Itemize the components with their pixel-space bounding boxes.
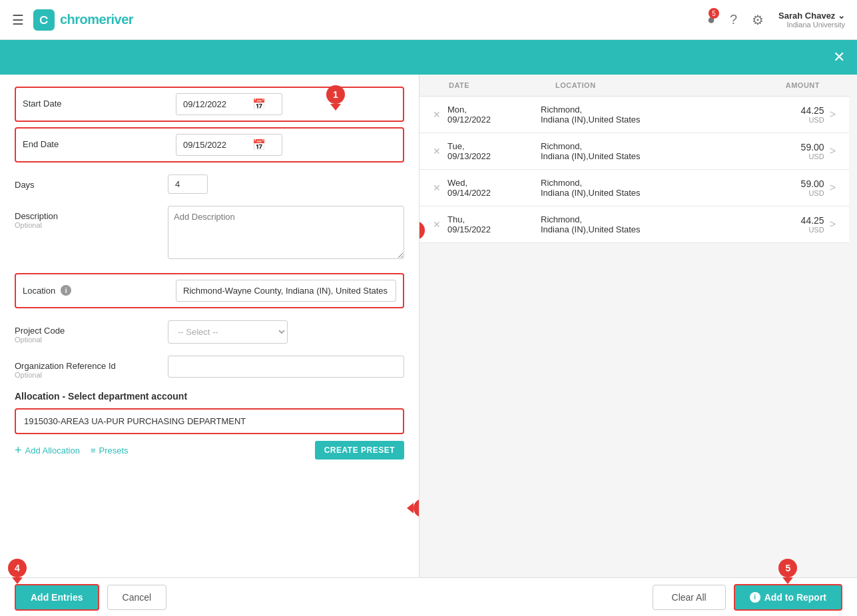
days-row: Days xyxy=(15,174,404,194)
notification-count-badge: 5 xyxy=(709,8,719,19)
project-code-optional: Optional xyxy=(15,336,161,344)
expense-location-2: Richmond, Indiana (IN),United States xyxy=(541,178,764,198)
footer-bar: 4 Add Entries Cancel Clear All 5 i Add t… xyxy=(0,577,857,616)
days-control xyxy=(168,174,404,194)
notification-bell-wrap[interactable]: ● 5 xyxy=(707,12,715,27)
org-ref-control xyxy=(168,356,404,378)
table-row: ✕ Thu, 09/15/2022 Richmond, Indiana (IN)… xyxy=(420,206,849,243)
logo: chromeriver xyxy=(33,9,133,31)
start-date-input[interactable] xyxy=(183,99,250,109)
user-info[interactable]: Sarah Chavez ⌄ Indiana University xyxy=(778,11,845,29)
footer-left: 4 Add Entries Cancel xyxy=(15,584,643,611)
expense-date-0: Mon, 09/12/2022 xyxy=(447,105,541,125)
days-input[interactable] xyxy=(168,174,208,194)
row-remove-icon-1[interactable]: ✕ xyxy=(433,146,441,156)
location-label-wrap: Location i xyxy=(23,280,169,296)
end-date-calendar-icon[interactable]: 📅 xyxy=(252,139,266,151)
project-code-label: Project Code xyxy=(15,326,161,336)
presets-icon: ≡ xyxy=(91,446,96,456)
settings-icon[interactable]: ⚙ xyxy=(752,12,764,28)
expense-amount-1: 59.00 USD xyxy=(764,142,824,160)
svg-rect-0 xyxy=(37,13,51,27)
description-label: Description xyxy=(15,211,161,221)
add-entries-button[interactable]: Add Entries xyxy=(15,584,99,611)
row-chevron-icon-0[interactable]: > xyxy=(830,109,836,121)
location-label: Location xyxy=(23,286,55,296)
allocation-title: Allocation - Select department account xyxy=(15,391,404,402)
right-panel: 2 DATE LOCATION AMOUNT ✕ Mon, 09/12/2022 xyxy=(420,75,857,577)
project-code-control: -- Select -- xyxy=(168,320,404,344)
org-ref-optional: Optional xyxy=(15,371,161,379)
table-row: ✕ Mon, 09/12/2022 Richmond, Indiana (IN)… xyxy=(420,97,849,133)
expense-amount-3: 44.25 USD xyxy=(764,215,824,234)
org-ref-label: Organization Reference Id xyxy=(15,361,161,371)
row-chevron-icon-1[interactable]: > xyxy=(830,145,836,157)
project-code-select[interactable]: -- Select -- xyxy=(168,320,288,344)
start-date-label: Start Date xyxy=(23,99,62,109)
create-preset-button[interactable]: CREATE PRESET xyxy=(315,441,404,460)
col-header-amount: AMOUNT xyxy=(753,81,820,89)
right-panel-inner: 2 DATE LOCATION AMOUNT ✕ Mon, 09/12/2022 xyxy=(420,75,857,243)
expense-location-1: Richmond, Indiana (IN),United States xyxy=(541,141,764,161)
row-remove-icon-3[interactable]: ✕ xyxy=(433,219,441,230)
days-label-wrap: Days xyxy=(15,174,161,190)
end-date-label: End Date xyxy=(23,139,59,149)
table-row: ✕ Tue, 09/13/2022 Richmond, Indiana (IN)… xyxy=(420,133,849,170)
expense-amount-0: 44.25 USD xyxy=(764,105,824,124)
user-name: Sarah Chavez ⌄ xyxy=(778,11,845,21)
add-allocation-button[interactable]: + Add Allocation xyxy=(15,444,80,458)
close-button[interactable]: ✕ xyxy=(833,49,845,66)
location-row: Location i xyxy=(15,273,404,308)
end-date-input[interactable] xyxy=(183,140,250,150)
row-remove-icon-0[interactable]: ✕ xyxy=(433,109,441,120)
logo-text: chromeriver xyxy=(60,12,133,27)
cancel-button[interactable]: Cancel xyxy=(107,585,167,610)
add-to-report-info-icon: i xyxy=(750,592,760,603)
days-label: Days xyxy=(15,180,35,190)
annotation-3: 3 xyxy=(414,499,420,517)
expense-amount-2: 59.00 USD xyxy=(764,178,824,197)
left-panel: 1 Start Date 📅 End Date 📅 xyxy=(0,75,420,577)
main-layout: 1 Start Date 📅 End Date 📅 xyxy=(0,75,857,577)
hamburger-menu[interactable]: ☰ xyxy=(12,12,24,28)
start-date-input-wrap[interactable]: 📅 xyxy=(176,93,282,115)
start-date-control: 📅 xyxy=(176,93,396,115)
org-ref-input[interactable] xyxy=(168,356,404,378)
end-date-input-wrap[interactable]: 📅 xyxy=(176,134,282,156)
help-icon[interactable]: ? xyxy=(730,12,737,27)
location-input[interactable] xyxy=(176,280,396,302)
location-info-icon[interactable]: i xyxy=(61,285,71,296)
project-code-row: Project Code Optional -- Select -- xyxy=(15,320,404,344)
user-org: Indiana University xyxy=(778,21,845,29)
row-chevron-icon-3[interactable]: > xyxy=(830,218,836,230)
plus-icon: + xyxy=(15,444,22,458)
project-code-label-wrap: Project Code Optional xyxy=(15,320,161,344)
expense-location-0: Richmond, Indiana (IN),United States xyxy=(541,105,764,125)
allocation-actions: + Add Allocation ≡ Presets CREATE PRESET xyxy=(15,441,404,460)
nav-left: ☰ chromeriver xyxy=(12,9,133,31)
description-row: Description Optional xyxy=(15,206,404,261)
start-date-calendar-icon[interactable]: 📅 xyxy=(252,98,266,111)
start-date-row: Start Date 📅 xyxy=(15,87,404,122)
nav-right: ● 5 ? ⚙ Sarah Chavez ⌄ Indiana Universit… xyxy=(707,11,845,29)
footer-right: Clear All 5 i Add to Report xyxy=(653,584,842,611)
row-remove-icon-2[interactable]: ✕ xyxy=(433,182,441,193)
description-textarea[interactable] xyxy=(168,206,404,259)
expense-date-2: Wed, 09/14/2022 xyxy=(447,178,541,198)
clear-all-button[interactable]: Clear All xyxy=(653,585,726,610)
end-date-row: End Date 📅 xyxy=(15,127,404,162)
allocation-value: 1915030-AREA3 UA-PUR PURCHASING DEPARTME… xyxy=(24,416,246,426)
expense-date-3: Thu, 09/15/2022 xyxy=(447,214,541,234)
org-ref-row: Organization Reference Id Optional xyxy=(15,356,404,379)
table-row: ✕ Wed, 09/14/2022 Richmond, Indiana (IN)… xyxy=(420,170,849,206)
col-header-date: DATE xyxy=(449,81,555,89)
start-date-label-wrap: Start Date xyxy=(23,93,169,109)
logo-icon xyxy=(33,9,55,31)
row-chevron-icon-2[interactable]: > xyxy=(830,182,836,194)
add-to-report-button[interactable]: i Add to Report xyxy=(734,584,842,611)
expense-location-3: Richmond, Indiana (IN),United States xyxy=(541,214,764,234)
end-date-control: 📅 xyxy=(176,134,396,156)
presets-button[interactable]: ≡ Presets xyxy=(91,446,129,456)
table-header: DATE LOCATION AMOUNT xyxy=(420,75,849,97)
top-nav: ☰ chromeriver ● 5 ? ⚙ Sarah Chavez ⌄ Ind… xyxy=(0,0,857,40)
